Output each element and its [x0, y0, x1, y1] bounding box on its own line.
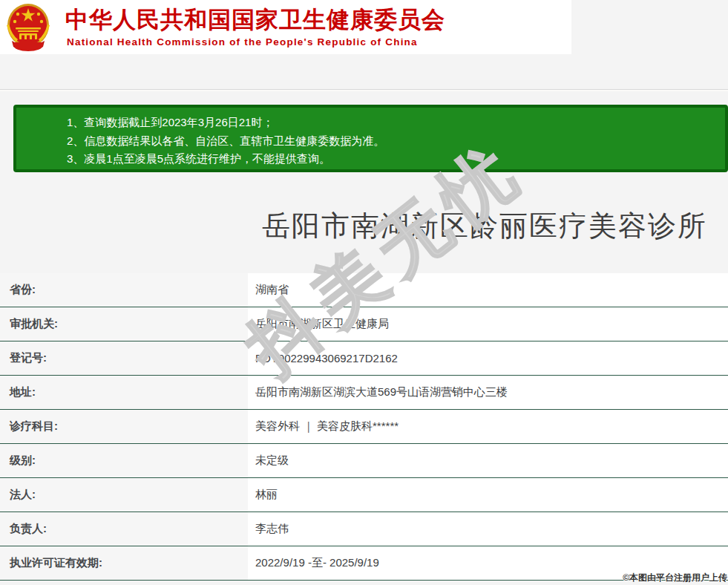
table-row: 地址: 岳阳市南湖新区湖滨大道569号山语湖营销中心三楼 — [0, 376, 728, 410]
field-value: PDY00229943069217D2162 — [248, 341, 728, 375]
site-title-chinese: 中华人民共和国国家卫生健康委员会 — [65, 4, 445, 36]
table-row: 负责人: 李志伟 — [0, 512, 728, 546]
table-row: 诊疗科目: 美容外科 ｜ 美容皮肤科****** — [0, 410, 728, 444]
site-header: 中华人民共和国国家卫生健康委员会 National Health Commiss… — [0, 0, 571, 54]
image-source-note: ©本图由平台注册用户上传 — [623, 572, 727, 584]
field-value: 湖南省 — [248, 273, 728, 307]
query-notice-box: 1、查询数据截止到2023年3月26日21时； 2、信息数据结果以各省、自治区、… — [13, 105, 728, 172]
field-label: 登记号: — [0, 341, 248, 375]
field-label: 地址: — [0, 376, 248, 409]
table-row: 执业许可证有效期: 2022/9/19 -至- 2025/9/19 — [0, 546, 728, 581]
field-label: 负责人: — [0, 512, 248, 546]
field-value: 岳阳市南湖新区卫生健康局 — [248, 307, 728, 341]
field-value: 林丽 — [248, 478, 728, 512]
field-value: 李志伟 — [248, 512, 728, 546]
notice-line-1: 1、查询数据截止到2023年3月26日21时； — [67, 114, 718, 132]
national-emblem-icon — [6, 2, 50, 52]
table-row: 法人: 林丽 — [0, 478, 728, 512]
notice-line-3: 3、凌晨1点至凌晨5点系统进行维护，不能提供查询。 — [67, 150, 718, 169]
field-label: 级别: — [0, 444, 248, 477]
table-row: 审批机关: 岳阳市南湖新区卫生健康局 — [0, 307, 728, 341]
field-label: 诊疗科目: — [0, 410, 248, 443]
table-row: 登记号: PDY00229943069217D2162 — [0, 341, 728, 376]
field-label: 法人: — [0, 478, 248, 512]
field-label: 审批机关: — [0, 307, 248, 341]
field-value: 岳阳市南湖新区湖滨大道569号山语湖营销中心三楼 — [248, 376, 728, 409]
clinic-name-title: 岳阳市南湖新区龄丽医疗美容诊所 — [262, 207, 707, 245]
header-divider-highlight — [0, 90, 728, 91]
field-value: 未定级 — [248, 444, 728, 477]
clinic-info-table: 省份: 湖南省 审批机关: 岳阳市南湖新区卫生健康局 登记号: PDY00229… — [0, 273, 728, 581]
notice-line-2: 2、信息数据结果以各省、自治区、直辖市卫生健康委数据为准。 — [67, 132, 718, 151]
table-row: 省份: 湖南省 — [0, 273, 728, 307]
table-row: 级别: 未定级 — [0, 444, 728, 478]
field-label: 执业许可证有效期: — [0, 546, 248, 580]
field-value: 美容外科 ｜ 美容皮肤科****** — [248, 410, 728, 443]
field-label: 省份: — [0, 273, 248, 307]
site-title-english: National Health Commission of the People… — [67, 36, 418, 48]
